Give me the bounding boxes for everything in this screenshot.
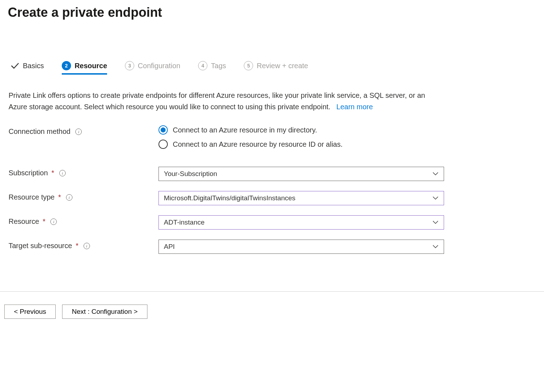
resource-type-label: Resource type * i xyxy=(9,191,158,201)
select-value: API xyxy=(164,243,175,251)
step-number-icon: 3 xyxy=(125,61,134,70)
resource-select[interactable]: ADT-instance xyxy=(158,215,444,230)
info-icon[interactable]: i xyxy=(59,170,66,176)
learn-more-link[interactable]: Learn more xyxy=(336,103,373,111)
required-asterisk: * xyxy=(58,193,61,201)
tab-label: Resource xyxy=(75,62,107,70)
info-icon[interactable]: i xyxy=(84,243,90,249)
form: Connection method i Connect to an Azure … xyxy=(0,112,544,254)
tab-configuration[interactable]: 3 Configuration xyxy=(125,61,180,75)
next-button[interactable]: Next : Configuration > xyxy=(62,305,147,319)
target-sub-resource-select[interactable]: API xyxy=(158,240,444,254)
select-value: Your-Subscription xyxy=(164,170,217,178)
tab-tags[interactable]: 4 Tags xyxy=(198,61,226,75)
tab-basics[interactable]: Basics xyxy=(11,62,44,74)
wizard-tabs: Basics 2 Resource 3 Configuration 4 Tags… xyxy=(0,20,544,75)
info-icon[interactable]: i xyxy=(50,218,57,225)
tab-resource[interactable]: 2 Resource xyxy=(62,61,107,75)
tab-label: Basics xyxy=(23,62,44,70)
select-value: Microsoft.DigitalTwins/digitalTwinsInsta… xyxy=(164,194,296,202)
radio-connect-resource-id[interactable]: Connect to an Azure resource by resource… xyxy=(158,140,343,149)
row-connection-method: Connection method i Connect to an Azure … xyxy=(9,125,544,149)
radio-icon xyxy=(158,125,168,135)
label-text: Resource xyxy=(9,217,39,226)
step-number-icon: 5 xyxy=(244,61,253,70)
row-resource-type: Resource type * i Microsoft.DigitalTwins… xyxy=(9,191,544,205)
label-text: Resource type xyxy=(9,193,55,201)
target-sub-resource-label: Target sub-resource * i xyxy=(9,240,158,250)
label-text: Subscription xyxy=(9,169,48,177)
connection-method-radios: Connect to an Azure resource in my direc… xyxy=(158,125,343,149)
chevron-down-icon xyxy=(432,196,439,200)
tab-label: Configuration xyxy=(138,62,180,70)
resource-type-select[interactable]: Microsoft.DigitalTwins/digitalTwinsInsta… xyxy=(158,191,444,205)
page-title: Create a private endpoint xyxy=(0,0,544,20)
step-number-icon: 4 xyxy=(198,61,207,70)
connection-method-label: Connection method i xyxy=(9,125,158,136)
tab-label: Review + create xyxy=(257,62,308,70)
info-icon[interactable]: i xyxy=(75,129,82,135)
row-resource: Resource * i ADT-instance xyxy=(9,215,544,230)
chevron-down-icon xyxy=(432,220,439,225)
radio-connect-directory[interactable]: Connect to an Azure resource in my direc… xyxy=(158,125,343,135)
radio-label: Connect to an Azure resource by resource… xyxy=(173,140,343,149)
wizard-footer: < Previous Next : Configuration > xyxy=(0,291,544,319)
select-value: ADT-instance xyxy=(164,218,205,226)
label-text: Connection method xyxy=(9,127,70,136)
required-asterisk: * xyxy=(76,242,79,250)
info-icon[interactable]: i xyxy=(66,194,72,201)
chevron-down-icon xyxy=(432,245,439,249)
required-asterisk: * xyxy=(51,169,54,177)
row-subscription: Subscription * i Your-Subscription xyxy=(9,167,544,181)
subscription-select[interactable]: Your-Subscription xyxy=(158,167,444,181)
resource-label: Resource * i xyxy=(9,215,158,226)
required-asterisk: * xyxy=(43,217,46,226)
step-number-icon: 2 xyxy=(62,61,71,70)
label-text: Target sub-resource xyxy=(9,242,72,250)
radio-label: Connect to an Azure resource in my direc… xyxy=(173,126,317,134)
description-text: Private Link offers options to create pr… xyxy=(0,75,443,112)
tab-label: Tags xyxy=(211,62,226,70)
previous-button[interactable]: < Previous xyxy=(4,305,56,319)
row-target-sub-resource: Target sub-resource * i API xyxy=(9,240,544,254)
subscription-label: Subscription * i xyxy=(9,167,158,177)
check-icon xyxy=(11,62,19,69)
chevron-down-icon xyxy=(432,172,439,176)
radio-icon xyxy=(158,140,168,149)
tab-review-create[interactable]: 5 Review + create xyxy=(244,61,308,75)
